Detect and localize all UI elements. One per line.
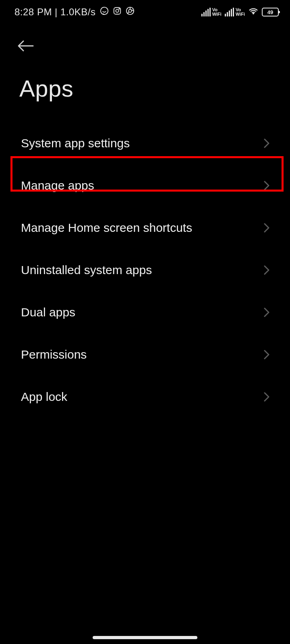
chevron-right-icon [263, 223, 270, 233]
vowifi-label-2: Vo WiFi [236, 8, 245, 17]
chrome-icon [126, 6, 135, 18]
status-bar: 8:28 PM | 1.0KB/s [0, 0, 290, 24]
settings-item-label: Uninstalled system apps [21, 263, 152, 277]
home-indicator[interactable] [93, 636, 197, 639]
page-title: Apps [0, 56, 290, 122]
back-button[interactable] [17, 36, 36, 56]
signal-indicator-2: Vo WiFi [225, 8, 245, 17]
status-bar-right: Vo WiFi Vo WiFi [201, 6, 279, 18]
settings-item-system-app-settings[interactable]: System app settings [0, 122, 290, 164]
status-notification-icons [100, 6, 135, 18]
settings-item-manage-apps[interactable]: Manage apps [0, 164, 290, 206]
svg-point-2 [116, 9, 118, 12]
wifi-icon [248, 6, 259, 18]
settings-item-label: Dual apps [21, 305, 75, 319]
settings-item-label: App lock [21, 390, 67, 404]
status-bar-left: 8:28 PM | 1.0KB/s [14, 6, 135, 18]
settings-item-manage-home-shortcuts[interactable]: Manage Home screen shortcuts [0, 206, 290, 249]
back-arrow-icon [17, 39, 35, 52]
settings-item-label: Permissions [21, 348, 87, 361]
svg-point-3 [119, 8, 120, 9]
vowifi-label-1: Vo WiFi [212, 8, 222, 17]
chevron-right-icon [263, 349, 270, 360]
settings-list: System app settings Manage apps Manage H… [0, 122, 290, 418]
settings-item-app-lock[interactable]: App lock [0, 376, 290, 418]
whatsapp-icon [100, 6, 109, 18]
settings-item-dual-apps[interactable]: Dual apps [0, 291, 290, 333]
chevron-right-icon [263, 265, 270, 275]
chevron-right-icon [263, 392, 270, 402]
settings-item-permissions[interactable]: Permissions [0, 333, 290, 376]
settings-item-label: Manage Home screen shortcuts [21, 221, 192, 235]
status-time: 8:28 PM | 1.0KB/s [14, 6, 96, 18]
instagram-icon [113, 6, 122, 18]
chevron-right-icon [263, 138, 270, 149]
settings-item-label: System app settings [21, 136, 130, 150]
nav-bar [0, 24, 290, 56]
battery-indicator: 49 [262, 8, 279, 17]
svg-point-0 [100, 7, 108, 14]
battery-level: 49 [267, 9, 273, 15]
signal-indicator-1: Vo WiFi [201, 8, 222, 17]
settings-item-label: Manage apps [21, 179, 94, 192]
chevron-right-icon [263, 307, 270, 318]
chevron-right-icon [263, 180, 270, 191]
settings-item-uninstalled-system-apps[interactable]: Uninstalled system apps [0, 249, 290, 291]
